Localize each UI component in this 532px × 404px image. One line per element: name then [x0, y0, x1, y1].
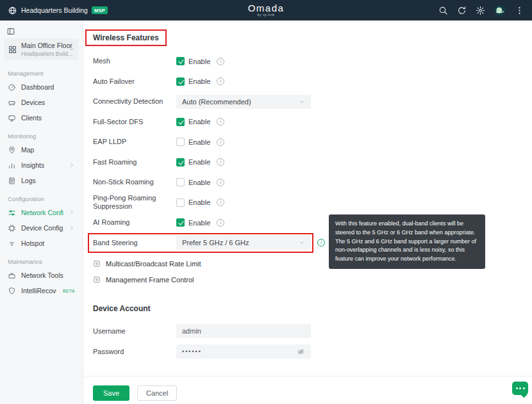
band-steering-tooltip: With this feature enabled, dual-band cli…: [329, 214, 485, 269]
msp-badge: MSP: [92, 6, 108, 14]
info-icon[interactable]: i: [217, 198, 224, 206]
sidebar-item-devices[interactable]: Devices: [0, 95, 83, 110]
more-menu-icon[interactable]: [515, 6, 524, 15]
sidebar-item-network-tools[interactable]: Network Tools: [0, 268, 83, 283]
sidebar-item-dashboard[interactable]: Dashboard: [0, 79, 83, 95]
setting-row-mesh: MeshEnablei: [93, 51, 522, 72]
select-value: Auto (Recommended): [182, 98, 251, 106]
eye-off-icon[interactable]: [297, 348, 305, 356]
chat-bubble-button[interactable]: [512, 382, 528, 395]
clients-icon: [8, 114, 16, 122]
recover-icon: [8, 287, 16, 295]
setting-row-eap-lldp: EAP LLDPEnablei: [93, 132, 522, 152]
header-actions: [438, 4, 524, 16]
mesh-checkbox[interactable]: [176, 57, 185, 65]
site-selector[interactable]: Main Office Floor Headquarters Build...: [4, 38, 79, 60]
sidebar-item-label: Insights: [21, 161, 44, 169]
info-icon[interactable]: i: [217, 219, 224, 227]
info-icon[interactable]: i: [217, 158, 224, 166]
enable-label: Enable: [188, 58, 210, 65]
fast-roaming-checkbox[interactable]: [176, 158, 185, 166]
chevron-right-icon: [69, 162, 75, 168]
logo-text: Omada: [248, 3, 285, 13]
setting-label: Band Steering: [93, 239, 176, 247]
info-icon[interactable]: i: [217, 138, 224, 146]
sidebar-item-insights[interactable]: Insights: [0, 158, 83, 173]
eap-lldp-checkbox[interactable]: [176, 138, 185, 146]
cancel-button[interactable]: Cancel: [137, 385, 177, 401]
nav-section-configuration: Configuration: [0, 188, 83, 205]
refresh-icon[interactable]: [457, 6, 467, 15]
sidebar-item-clients[interactable]: Clients: [0, 110, 83, 125]
save-button[interactable]: Save: [93, 385, 129, 401]
site-subtitle: Headquarters Build...: [21, 51, 72, 57]
ping-pong-roaming-suppression-checkbox[interactable]: [176, 198, 185, 207]
insights-icon: [8, 161, 16, 170]
username-row: Username admin: [93, 321, 522, 341]
omada-controller-app: Headquarters Building MSP Omada by tp-li…: [0, 0, 532, 404]
username-input[interactable]: admin: [176, 324, 311, 338]
sidebar-item-network-config[interactable]: Network Config: [0, 205, 83, 220]
sidebar-item-label: IntelliRecover: [21, 287, 56, 295]
band-steering-select[interactable]: Prefer 5 GHz / 6 GHz: [176, 236, 311, 250]
full-sector-dfs-checkbox[interactable]: [176, 118, 185, 126]
globe-icon: [8, 6, 17, 15]
ai-roaming-checkbox[interactable]: [176, 218, 185, 227]
enable-label: Enable: [188, 219, 210, 227]
expander-management-frame-control[interactable]: Management Frame Control: [93, 271, 522, 287]
connectivity-detection-select[interactable]: Auto (Recommended): [176, 95, 311, 109]
setting-label: AI Roaming: [93, 218, 176, 227]
enable-label: Enable: [188, 77, 210, 85]
sidebar-item-label: Network Config: [21, 209, 63, 216]
top-header: Headquarters Building MSP Omada by tp-li…: [0, 0, 532, 20]
nav-section-monitoring: Monitoring: [0, 125, 83, 142]
org-selector[interactable]: Headquarters Building MSP: [8, 6, 108, 15]
chat-dots-icon: [516, 387, 518, 389]
info-icon[interactable]: i: [217, 179, 224, 186]
setting-label: Full-Sector DFS: [93, 118, 176, 126]
auto-failover-checkbox[interactable]: [176, 77, 185, 86]
sidebar-item-label: Device Config: [21, 224, 63, 232]
sidebar-item-label: Network Tools: [21, 271, 63, 279]
setting-label: Connectivity Detection: [93, 97, 176, 106]
select-value: Prefer 5 GHz / 6 GHz: [182, 239, 249, 246]
setting-row-fast-roaming: Fast RoamingEnablei: [93, 152, 522, 173]
sidebar-item-logs[interactable]: Logs: [0, 173, 83, 188]
user-avatar[interactable]: [494, 4, 506, 16]
dashboard-icon: [8, 83, 16, 92]
sidebar-item-map[interactable]: Map: [0, 142, 83, 158]
omada-logo: Omada by tp-link: [248, 3, 285, 17]
enable-label: Enable: [188, 118, 210, 125]
setting-row-full-sector-dfs: Full-Sector DFSEnablei: [93, 112, 522, 133]
sidebar-item-device-config[interactable]: Device Config: [0, 220, 83, 236]
sidebar-item-label: Hotspot: [21, 239, 44, 247]
info-icon[interactable]: i: [217, 77, 224, 85]
site-icon: [8, 45, 17, 54]
collapse-sidebar-icon[interactable]: [6, 27, 15, 36]
device-icon: [8, 224, 16, 232]
sidebar: Main Office Floor Headquarters Build... …: [0, 20, 83, 404]
enable-label: Enable: [188, 179, 210, 186]
org-name: Headquarters Building: [21, 6, 88, 14]
logo-subtext: by tp-link: [248, 13, 285, 17]
sidebar-item-intellirecover[interactable]: IntelliRecoverBETA: [0, 283, 83, 298]
non-stick-roaming-checkbox[interactable]: [176, 178, 185, 186]
username-label: Username: [93, 327, 176, 335]
info-icon[interactable]: i: [217, 58, 224, 65]
chevron-down-icon: [69, 46, 75, 53]
sidebar-item-label: Logs: [21, 177, 36, 184]
search-icon[interactable]: [438, 6, 448, 15]
sidebar-item-hotspot[interactable]: Hotspot: [0, 236, 83, 251]
nav-section-maintenance: Maintenance: [0, 251, 83, 268]
sidebar-nav: ManagementDashboardDevicesClientsMonitor…: [0, 63, 83, 298]
settings-gear-icon[interactable]: [476, 6, 485, 15]
sidebar-item-label: Dashboard: [21, 83, 54, 91]
chevron-down-icon: [299, 239, 305, 246]
chevron-right-icon: [69, 209, 75, 216]
password-input[interactable]: ••••••: [176, 344, 311, 359]
info-icon[interactable]: i: [317, 239, 325, 246]
setting-label: Mesh: [93, 57, 176, 65]
setting-label: Ping-Pong Roaming Suppression: [93, 194, 176, 211]
map-icon: [8, 146, 16, 154]
info-icon[interactable]: i: [217, 118, 224, 125]
